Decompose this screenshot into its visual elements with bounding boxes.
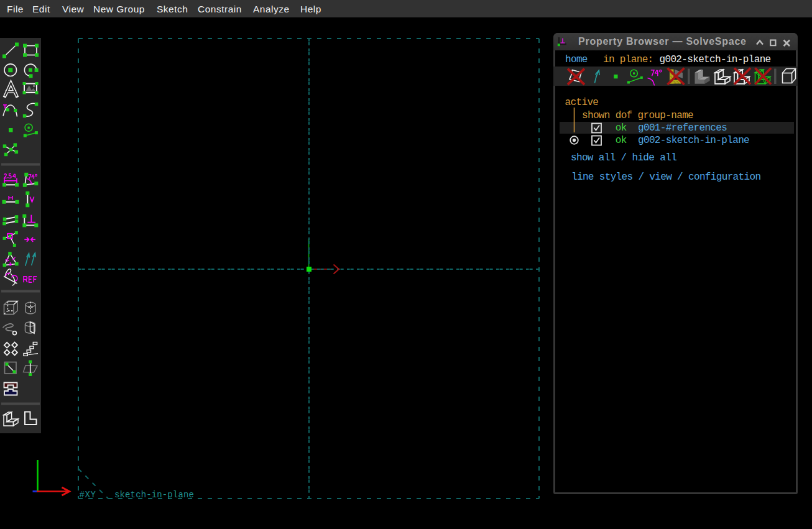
svg-text:#XY: #XY <box>80 490 96 500</box>
svg-text:sketch-in-plane: sketch-in-plane <box>114 490 194 500</box>
